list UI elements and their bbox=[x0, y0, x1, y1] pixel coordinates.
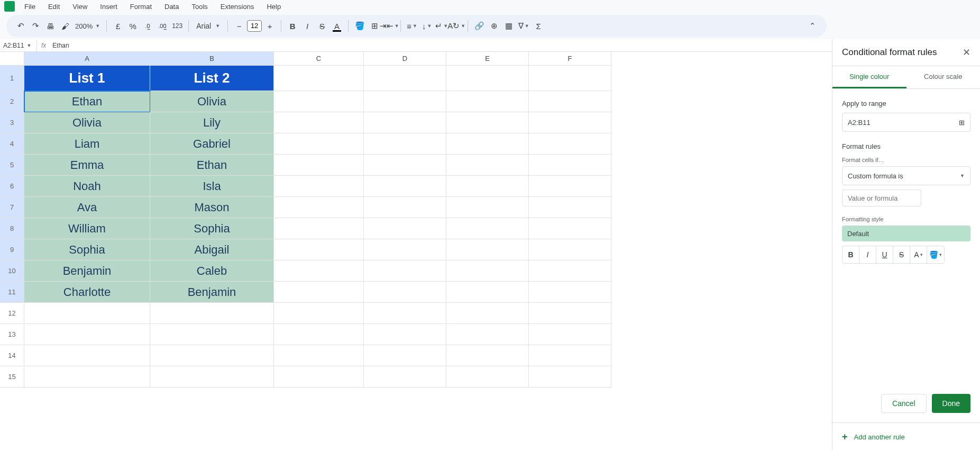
style-underline-button[interactable]: U bbox=[876, 246, 893, 263]
cell-B4[interactable]: Gabriel bbox=[150, 133, 274, 155]
col-header-E[interactable]: E bbox=[446, 52, 529, 66]
style-strike-button[interactable]: S bbox=[893, 246, 910, 263]
cell-C9[interactable] bbox=[274, 239, 364, 260]
cell-B11[interactable]: Benjamin bbox=[150, 282, 274, 303]
cell-A8[interactable]: William bbox=[24, 218, 150, 239]
cell-D4[interactable] bbox=[364, 133, 446, 155]
style-italic-button[interactable]: I bbox=[859, 246, 876, 263]
cell-C11[interactable] bbox=[274, 282, 364, 303]
text-color-button[interactable]: A bbox=[330, 19, 344, 33]
percent-button[interactable]: % bbox=[126, 19, 140, 33]
name-box[interactable]: A2:B11▼ bbox=[0, 39, 37, 51]
style-text-color-button[interactable]: A▾ bbox=[910, 246, 927, 263]
undo-button[interactable]: ↶ bbox=[14, 19, 28, 33]
cell-A14[interactable] bbox=[24, 345, 150, 366]
cell-A1[interactable]: List 1 bbox=[24, 66, 150, 91]
grid[interactable]: ABCDEF1List 1List 22EthanOlivia3OliviaLi… bbox=[0, 52, 832, 388]
cell-D1[interactable] bbox=[364, 66, 446, 91]
menu-tools[interactable]: Tools bbox=[186, 1, 213, 13]
row-header-1[interactable]: 1 bbox=[0, 66, 24, 91]
cell-E7[interactable] bbox=[446, 197, 529, 218]
row-header-8[interactable]: 8 bbox=[0, 218, 24, 239]
col-header-D[interactable]: D bbox=[364, 52, 446, 66]
cell-E15[interactable] bbox=[446, 366, 529, 388]
grid-select-icon[interactable]: ⊞ bbox=[959, 119, 965, 127]
tab-colour-scale[interactable]: Colour scale bbox=[906, 66, 981, 88]
col-header-C[interactable]: C bbox=[274, 52, 364, 66]
cell-E4[interactable] bbox=[446, 133, 529, 155]
row-header-5[interactable]: 5 bbox=[0, 155, 24, 176]
increase-decimal-button[interactable]: .00̲ bbox=[155, 19, 169, 33]
cell-A2[interactable]: Ethan bbox=[24, 91, 150, 112]
cell-B8[interactable]: Sophia bbox=[150, 218, 274, 239]
cell-C10[interactable] bbox=[274, 260, 364, 282]
menu-edit[interactable]: Edit bbox=[43, 1, 65, 13]
row-header-4[interactable]: 4 bbox=[0, 133, 24, 155]
cell-D15[interactable] bbox=[364, 366, 446, 388]
menu-help[interactable]: Help bbox=[261, 1, 286, 13]
cell-F12[interactable] bbox=[529, 303, 611, 324]
print-button[interactable]: 🖶 bbox=[43, 19, 57, 33]
cell-A10[interactable]: Benjamin bbox=[24, 260, 150, 282]
menu-extensions[interactable]: Extensions bbox=[215, 1, 260, 13]
rule-condition-select[interactable]: Custom formula is ▼ bbox=[842, 166, 970, 185]
cell-B7[interactable]: Mason bbox=[150, 197, 274, 218]
cell-D5[interactable] bbox=[364, 155, 446, 176]
rotate-button[interactable]: A↻▼ bbox=[450, 19, 463, 33]
menu-file[interactable]: File bbox=[19, 1, 41, 13]
cell-A6[interactable]: Noah bbox=[24, 176, 150, 197]
cell-A13[interactable] bbox=[24, 324, 150, 345]
cell-E12[interactable] bbox=[446, 303, 529, 324]
cell-D7[interactable] bbox=[364, 197, 446, 218]
row-header-12[interactable]: 12 bbox=[0, 303, 24, 324]
cell-F11[interactable] bbox=[529, 282, 611, 303]
cell-B13[interactable] bbox=[150, 324, 274, 345]
cell-E14[interactable] bbox=[446, 345, 529, 366]
style-bold-button[interactable]: B bbox=[842, 246, 859, 263]
bold-button[interactable]: B bbox=[286, 19, 299, 33]
cell-B6[interactable]: Isla bbox=[150, 176, 274, 197]
filter-button[interactable]: ∇▼ bbox=[517, 19, 530, 33]
close-icon[interactable]: ✕ bbox=[963, 47, 970, 58]
col-header-F[interactable]: F bbox=[529, 52, 611, 66]
col-header-B[interactable]: B bbox=[150, 52, 274, 66]
cell-D13[interactable] bbox=[364, 324, 446, 345]
font-select[interactable]: Arial▼ bbox=[193, 22, 223, 30]
row-header-3[interactable]: 3 bbox=[0, 112, 24, 133]
cell-B14[interactable] bbox=[150, 345, 274, 366]
formula-value-input[interactable] bbox=[842, 190, 921, 206]
style-fill-color-button[interactable]: 🪣▾ bbox=[927, 246, 944, 263]
cell-E6[interactable] bbox=[446, 176, 529, 197]
cell-B9[interactable]: Abigail bbox=[150, 239, 274, 260]
cell-C13[interactable] bbox=[274, 324, 364, 345]
fill-color-button[interactable]: 🪣 bbox=[353, 19, 367, 33]
cell-B3[interactable]: Lily bbox=[150, 112, 274, 133]
row-header-14[interactable]: 14 bbox=[0, 345, 24, 366]
cell-B10[interactable]: Caleb bbox=[150, 260, 274, 282]
cell-E2[interactable] bbox=[446, 91, 529, 112]
cell-C2[interactable] bbox=[274, 91, 364, 112]
cancel-button[interactable]: Cancel bbox=[881, 394, 927, 413]
cell-F15[interactable] bbox=[529, 366, 611, 388]
row-header-13[interactable]: 13 bbox=[0, 324, 24, 345]
menu-insert[interactable]: Insert bbox=[95, 1, 123, 13]
functions-button[interactable]: Σ bbox=[532, 19, 545, 33]
cell-C3[interactable] bbox=[274, 112, 364, 133]
cell-F5[interactable] bbox=[529, 155, 611, 176]
decrease-decimal-button[interactable]: .0̲ bbox=[141, 19, 154, 33]
row-header-2[interactable]: 2 bbox=[0, 91, 24, 112]
cell-F2[interactable] bbox=[529, 91, 611, 112]
cell-A9[interactable]: Sophia bbox=[24, 239, 150, 260]
cell-D9[interactable] bbox=[364, 239, 446, 260]
h-align-button[interactable]: ≡▼ bbox=[405, 19, 419, 33]
cell-E11[interactable] bbox=[446, 282, 529, 303]
row-header-15[interactable]: 15 bbox=[0, 366, 24, 388]
cell-D12[interactable] bbox=[364, 303, 446, 324]
cell-F7[interactable] bbox=[529, 197, 611, 218]
strike-button[interactable]: S bbox=[315, 19, 329, 33]
cell-C4[interactable] bbox=[274, 133, 364, 155]
cell-A4[interactable]: Liam bbox=[24, 133, 150, 155]
comment-button[interactable]: ⊕ bbox=[487, 19, 501, 33]
cell-E13[interactable] bbox=[446, 324, 529, 345]
done-button[interactable]: Done bbox=[932, 394, 970, 413]
